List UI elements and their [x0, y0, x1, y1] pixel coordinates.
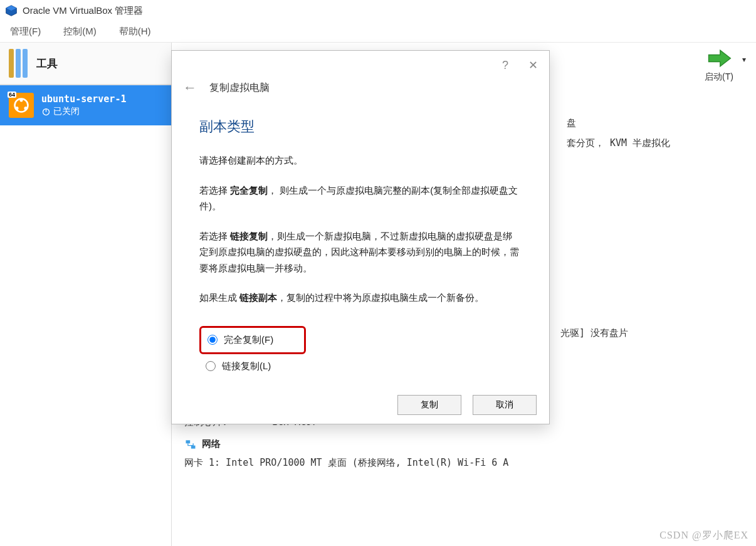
dialog-back-button[interactable]: ← [183, 80, 197, 96]
network-icon [184, 438, 197, 451]
cancel-button[interactable]: 取消 [473, 395, 537, 415]
clone-desc-full: 若选择 完全复制， 则生成一个与原虚拟电脑完整的副本(复制全部虚拟硬盘文件)。 [199, 182, 522, 214]
svg-point-4 [15, 107, 18, 110]
vm-arch-badge: 64 [8, 92, 16, 98]
power-icon [41, 107, 51, 117]
start-button[interactable]: 启动(T) [705, 46, 733, 83]
clone-dialog: ? ✕ ← 复制虚拟电脑 副本类型 请选择创建副本的方式。 若选择 完全复制， … [171, 50, 550, 424]
clone-type-heading: 副本类型 [199, 117, 522, 136]
clone-desc-snapshot: 如果生成 链接副本，复制的过程中将为原虚拟电脑生成一个新备份。 [199, 290, 522, 306]
window-titlebar: Oracle VM VirtualBox 管理器 [0, 0, 756, 21]
virtualbox-icon [5, 4, 18, 17]
clone-button[interactable]: 复制 [397, 395, 461, 415]
dialog-help-button[interactable]: ? [502, 59, 508, 72]
svg-rect-9 [191, 445, 196, 448]
clone-desc-link: 若选择 链接复制，则生成一个新虚拟电脑，不过新虚拟电脑的虚拟硬盘是绑定到原虚拟电… [199, 228, 522, 276]
svg-rect-8 [186, 440, 191, 443]
window-title: Oracle VM VirtualBox 管理器 [23, 5, 143, 17]
sidebar: 工具 64 ubuntu-server-1 已关闭 [0, 43, 172, 546]
start-dropdown-caret[interactable]: ▾ [742, 55, 746, 64]
watermark: CSDN @罗小爬EX [659, 529, 748, 542]
menu-help[interactable]: 帮助(H) [119, 26, 151, 38]
radio-linked-clone[interactable]: 链接复制(L) [199, 358, 522, 375]
highlight-box: 完全复制(F) [199, 326, 306, 354]
svg-point-5 [24, 107, 27, 110]
radio-full-clone[interactable]: 完全复制(F) [207, 332, 298, 349]
radio-linked-clone-input[interactable] [206, 361, 216, 371]
dialog-close-button[interactable]: ✕ [528, 58, 538, 72]
vm-status: 已关闭 [41, 106, 126, 117]
dialog-title: 复制虚拟电脑 [209, 81, 270, 95]
menu-control[interactable]: 控制(M) [63, 26, 97, 38]
tools-icon [9, 49, 28, 78]
nic-line: 网卡 1: Intel PRO/1000 MT 桌面 (桥接网络, Intel(… [184, 455, 750, 471]
radio-full-clone-input[interactable] [207, 335, 218, 345]
svg-point-3 [19, 98, 23, 102]
tools-label: 工具 [36, 56, 58, 71]
start-arrow-icon [705, 46, 733, 70]
tools-item[interactable]: 工具 [0, 43, 171, 85]
menubar: 管理(F) 控制(M) 帮助(H) [0, 21, 756, 43]
menu-manage[interactable]: 管理(F) [10, 26, 41, 38]
vm-os-icon: 64 [9, 93, 34, 118]
vm-name: ubuntu-server-1 [41, 93, 126, 105]
network-header[interactable]: 网络 [184, 436, 750, 453]
vm-item-ubuntu-server-1[interactable]: 64 ubuntu-server-1 已关闭 [0, 85, 171, 125]
clone-desc-intro: 请选择创建副本的方式。 [199, 152, 522, 169]
